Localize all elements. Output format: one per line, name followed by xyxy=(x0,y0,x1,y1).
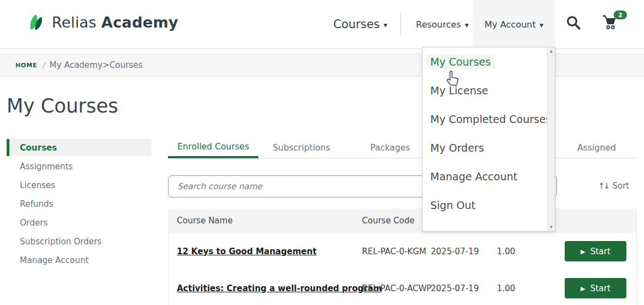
course-code: REL-PAC-0-KGM xyxy=(362,233,426,270)
menu-item-sign-out[interactable]: Sign Out xyxy=(423,191,555,220)
course-hours: 1.00 xyxy=(497,233,515,270)
tab-enrolled-courses[interactable]: Enrolled Courses xyxy=(168,142,258,158)
sort-label: Sort xyxy=(612,181,629,191)
sidebar-item-assignments[interactable]: Assignments xyxy=(7,158,151,175)
sidebar-item-subscription-orders[interactable]: Subscription Orders xyxy=(7,233,151,250)
course-tabs: Enrolled Courses Subscriptions Packages … xyxy=(168,140,636,158)
nav-courses-menu[interactable]: Courses▼ xyxy=(333,0,387,49)
sidebar-item-refunds[interactable]: Refunds xyxy=(7,195,151,212)
chevron-down-icon: ▼ xyxy=(540,23,544,28)
chevron-down-icon: ▼ xyxy=(383,23,387,28)
my-account-dropdown: My Courses My License My Completed Cours… xyxy=(422,47,555,232)
menu-item-my-courses[interactable]: My Courses xyxy=(423,47,555,76)
tab-assigned[interactable]: Assigned xyxy=(577,143,616,158)
table-row: 12 Keys to Good Management REL-PAC-0-KGM… xyxy=(169,233,636,270)
menu-item-manage-account[interactable]: Manage Account xyxy=(423,162,555,191)
brand-logo[interactable]: Relias Academy xyxy=(26,12,178,32)
sidebar-item-orders[interactable]: Orders xyxy=(7,214,151,231)
start-course-button[interactable]: ▶ Start xyxy=(565,241,626,261)
enrolled-courses-table: Course Name Course Code 12 Keys to Good … xyxy=(168,208,637,305)
cart-icon[interactable]: 2 xyxy=(600,13,623,33)
menu-item-my-completed-courses[interactable]: My Completed Courses xyxy=(423,105,555,133)
breadcrumb-separator: / xyxy=(42,61,44,69)
sidebar-nav: Courses Assignments Licenses Refunds Ord… xyxy=(7,139,151,270)
column-header-course-name: Course Name xyxy=(177,208,232,233)
top-navbar: Relias Academy Courses▼ Resources▼ My Ac… xyxy=(0,0,644,49)
sidebar-item-courses[interactable]: Courses xyxy=(7,139,151,156)
play-icon: ▶ xyxy=(581,285,585,292)
cart-count-badge: 2 xyxy=(614,10,627,19)
nav-resources-menu[interactable]: Resources▼ xyxy=(416,0,469,49)
sort-arrows-icon: ↑↓ xyxy=(598,181,609,190)
play-icon: ▶ xyxy=(581,248,585,255)
sidebar-item-manage-account[interactable]: Manage Account xyxy=(7,252,151,269)
menu-item-my-orders[interactable]: My Orders xyxy=(423,133,555,162)
search-icon[interactable] xyxy=(565,14,583,32)
table-header-row: Course Name Course Code xyxy=(169,208,636,233)
column-header-course-code: Course Code xyxy=(362,208,415,233)
course-code: REL-PAC-0-ACWP xyxy=(362,270,431,305)
start-course-button[interactable]: ▶ Start xyxy=(565,278,626,298)
breadcrumb-current: My Academy>Courses xyxy=(50,60,143,70)
tab-subscriptions[interactable]: Subscriptions xyxy=(273,143,330,158)
sidebar-item-licenses[interactable]: Licenses xyxy=(7,176,151,194)
dropdown-scrollbar[interactable]: ▲ ▼ xyxy=(547,47,555,231)
table-row: Activities: Creating a well-rounded prog… xyxy=(169,270,636,305)
sort-control[interactable]: ↑↓ Sort xyxy=(598,181,629,191)
tab-packages[interactable]: Packages xyxy=(370,143,410,158)
course-name-link[interactable]: Activities: Creating a well-rounded prog… xyxy=(177,270,382,305)
menu-item-my-license[interactable]: My License xyxy=(423,76,555,105)
scroll-down-icon[interactable]: ▼ xyxy=(548,225,555,229)
course-name-link[interactable]: 12 Keys to Good Management xyxy=(177,233,317,270)
page-title: My Courses xyxy=(7,95,118,117)
course-hours: 1.00 xyxy=(497,270,515,305)
course-date: 2025-07-19 xyxy=(431,233,479,270)
scroll-up-icon[interactable]: ▲ xyxy=(548,49,555,53)
relias-leaf-icon xyxy=(26,12,47,32)
nav-my-account-menu[interactable]: My Account▼ xyxy=(473,0,555,49)
breadcrumb-home-link[interactable]: HOME xyxy=(15,62,37,69)
brand-name: Relias Academy xyxy=(52,14,178,31)
chevron-down-icon: ▼ xyxy=(465,23,469,28)
nav-divider xyxy=(401,13,401,35)
page: Relias Academy Courses▼ Resources▼ My Ac… xyxy=(0,0,644,305)
course-date: 2025-07-19 xyxy=(431,270,479,305)
